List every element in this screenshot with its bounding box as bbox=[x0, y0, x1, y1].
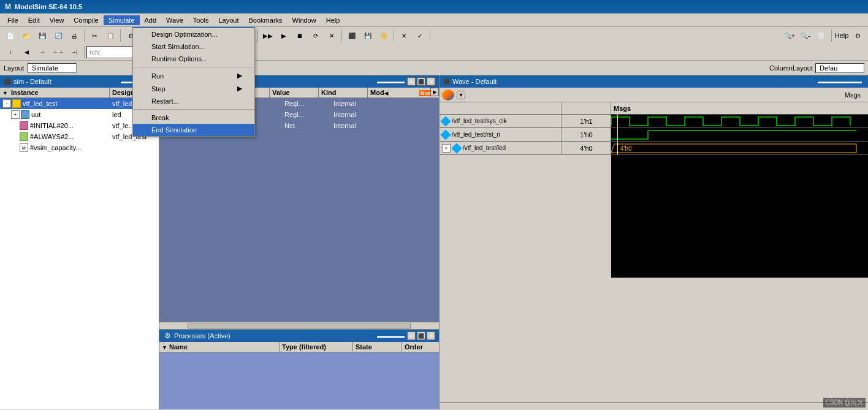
tree-cell-instance-3: #ALWAYS#2... bbox=[0, 132, 110, 141]
waveform-svg-2: 4'h0 bbox=[611, 142, 868, 154]
wave-header: ⬛ Wave - Default ▬▬▬▬▬▬▬▬ bbox=[440, 75, 868, 88]
toolbar-x-btn[interactable]: ✕ bbox=[324, 29, 339, 42]
wave-row-2[interactable]: + /vtf_led_test/led 4'h0 4'h0 bbox=[440, 142, 868, 155]
dropdown-restart[interactable]: Restart... bbox=[133, 95, 254, 107]
wave-row-0[interactable]: /vtf_led_test/sys_clk 1'h1 bbox=[440, 115, 868, 128]
dropdown-break[interactable]: Break bbox=[133, 112, 254, 124]
toolbar-area: 📄 📂 💾 🔄 🖨 ✂ 📋 ⚙ ↑ ← → ▐ ns ▲ ▶▶ ▶ ⏹ ⟳ ✕ … bbox=[0, 27, 868, 61]
tb2-btn3[interactable]: → bbox=[35, 45, 50, 59]
toolbar-print-btn[interactable]: 🖨 bbox=[67, 29, 82, 42]
toolbar-save-btn[interactable]: 💾 bbox=[35, 29, 50, 42]
tb2-btn5[interactable]: →| bbox=[67, 45, 82, 59]
tree-cell-instance-1: + uut bbox=[0, 110, 110, 119]
wave-signal-col-header bbox=[440, 102, 562, 114]
dropdown-end-simulation[interactable]: End Simulation bbox=[133, 124, 254, 136]
menu-simulate[interactable]: Simulate bbox=[104, 15, 140, 25]
menu-window[interactable]: Window bbox=[287, 15, 321, 25]
tree-row-name-2: #INITIAL#20... bbox=[30, 122, 74, 129]
objects-hscroll[interactable] bbox=[159, 322, 439, 329]
toolbar-save2-btn[interactable]: 💾 bbox=[360, 29, 375, 42]
dropdown-run[interactable]: Run ▶ bbox=[133, 69, 254, 82]
menu-help[interactable]: Help bbox=[321, 15, 345, 25]
obj-expand-btn[interactable]: ▶ bbox=[430, 88, 439, 96]
toolbar-check-btn[interactable]: ✓ bbox=[413, 29, 427, 42]
toolbar-stop-btn[interactable]: ⏹ bbox=[292, 29, 307, 42]
toolbar-x2-btn[interactable]: ✕ bbox=[397, 29, 411, 42]
signal-name-2: /vtf_led_test/led bbox=[463, 145, 506, 151]
tb2-sep1 bbox=[84, 46, 85, 58]
main-area: ⬛ sim - Default ▬▬▬▬ + ▼ Instance Design… bbox=[0, 75, 868, 409]
menu-bookmarks[interactable]: Bookmarks bbox=[244, 15, 287, 25]
tree-cell-instance-2: #INITIAL#20... bbox=[0, 121, 110, 130]
sim-panel-title: ⬛ bbox=[4, 78, 11, 85]
column-layout-value[interactable]: Defau bbox=[815, 63, 864, 73]
process2-icon-3 bbox=[20, 132, 28, 141]
menu-wave[interactable]: Wave bbox=[161, 15, 188, 25]
toolbar-open-btn[interactable]: 📂 bbox=[19, 29, 34, 42]
tree-row[interactable]: M #vsim_capacity... bbox=[0, 142, 159, 153]
menu-layout[interactable]: Layout bbox=[214, 15, 244, 25]
tb2-btn2[interactable]: ◀ bbox=[19, 45, 34, 59]
obj-row-kind-0: Regi... bbox=[282, 100, 331, 107]
toolbar-board-btn[interactable]: ⬛ bbox=[345, 29, 359, 42]
layout-value[interactable]: Simulate bbox=[28, 63, 77, 73]
objects-plus-btn[interactable]: + bbox=[407, 77, 416, 86]
tree-expand-1[interactable]: + bbox=[11, 110, 20, 119]
proc-col-state: State bbox=[353, 342, 402, 352]
toolbar-zoom-out-btn[interactable]: 🔍- bbox=[798, 29, 813, 42]
toolbar-run-btn[interactable]: ▶ bbox=[276, 29, 291, 42]
menu-edit[interactable]: Edit bbox=[23, 15, 45, 25]
processes-plus-btn[interactable]: + bbox=[407, 332, 416, 340]
processes-close-btn[interactable]: ✕ bbox=[427, 332, 435, 340]
toolbar-sep-1 bbox=[84, 29, 85, 42]
proc-col-order: Order bbox=[402, 342, 439, 352]
led-expand-btn[interactable]: + bbox=[442, 144, 451, 153]
toolbar-zoom-in-btn[interactable]: 🔍+ bbox=[782, 29, 797, 42]
toolbar-zoom-fit-btn[interactable]: ⬜ bbox=[814, 29, 829, 42]
wave-color-btn[interactable] bbox=[442, 89, 454, 101]
wave-row-signal-2: + /vtf_led_test/led bbox=[440, 142, 562, 154]
tree-row-name-0: vtf_led_test bbox=[23, 100, 57, 107]
wave-hscroll[interactable] bbox=[440, 402, 868, 409]
menu-add[interactable]: Add bbox=[140, 15, 162, 25]
toolbar-row-1: 📄 📂 💾 🔄 🖨 ✂ 📋 ⚙ ↑ ← → ▐ ns ▲ ▶▶ ▶ ⏹ ⟳ ✕ … bbox=[0, 27, 868, 44]
obj-row-kind-2: Net bbox=[282, 122, 331, 129]
dropdown-step[interactable]: Step ▶ bbox=[133, 82, 254, 95]
dropdown-runtime-options[interactable]: Runtime Options... bbox=[133, 53, 254, 65]
objects-close-btn[interactable]: ✕ bbox=[427, 77, 435, 86]
toolbar-run-all-btn[interactable]: ▶▶ bbox=[261, 29, 275, 42]
toolbar-sep-6 bbox=[394, 29, 394, 42]
signal-value-2: 4'h0 bbox=[580, 145, 592, 152]
objects-restore-btn[interactable]: ⬛ bbox=[417, 77, 425, 86]
dropdown-start-simulation[interactable]: Start Simulation... bbox=[133, 40, 254, 53]
diamond-icon-0 bbox=[441, 116, 451, 126]
toolbar-cut-btn[interactable]: ✂ bbox=[87, 29, 102, 42]
toolbar-new-btn[interactable]: 📄 bbox=[3, 29, 18, 42]
dropdown-design-optimization[interactable]: Design Optimization... bbox=[133, 28, 254, 40]
toolbar-refresh-btn[interactable]: 🔄 bbox=[51, 29, 66, 42]
tree-row-name-4: #vsim_capacity... bbox=[30, 144, 82, 151]
toolbar-settings-btn[interactable]: ⚙ bbox=[850, 29, 865, 42]
step-arrow: ▶ bbox=[237, 85, 242, 93]
processes-title: Processes (Active) bbox=[174, 332, 377, 340]
diamond-icon-1 bbox=[441, 129, 451, 140]
toolbar-hand-btn[interactable]: 🖐 bbox=[376, 29, 391, 42]
tb2-btn4[interactable]: ←→ bbox=[51, 45, 66, 59]
tree-expand-0[interactable]: - bbox=[2, 99, 11, 108]
menu-compile[interactable]: Compile bbox=[69, 15, 103, 25]
menu-tools[interactable]: Tools bbox=[188, 15, 214, 25]
wave-row-1[interactable]: /vtf_led_test/rst_n 1'h0 bbox=[440, 128, 868, 142]
processes-restore-btn[interactable]: ⬛ bbox=[417, 332, 425, 340]
tb2-btn1[interactable]: ↕ bbox=[3, 45, 18, 59]
wave-content: ▼ Msgs Msgs /vtf_led_t bbox=[440, 88, 868, 402]
toolbar-help-btn[interactable]: Help bbox=[834, 29, 849, 42]
layout-label: Layout bbox=[4, 64, 24, 72]
proc-col-type: Type (filtered) bbox=[280, 342, 353, 352]
toolbar-copy-btn[interactable]: 📋 bbox=[103, 29, 118, 42]
wave-dropdown-btn[interactable]: ▼ bbox=[457, 91, 465, 99]
separator-2 bbox=[133, 109, 254, 110]
menu-file[interactable]: File bbox=[2, 15, 23, 25]
toolbar-restart-btn[interactable]: ⟳ bbox=[308, 29, 323, 42]
menu-view[interactable]: View bbox=[45, 15, 69, 25]
menu-bar: File Edit View Compile Simulate Add Wave… bbox=[0, 13, 868, 27]
